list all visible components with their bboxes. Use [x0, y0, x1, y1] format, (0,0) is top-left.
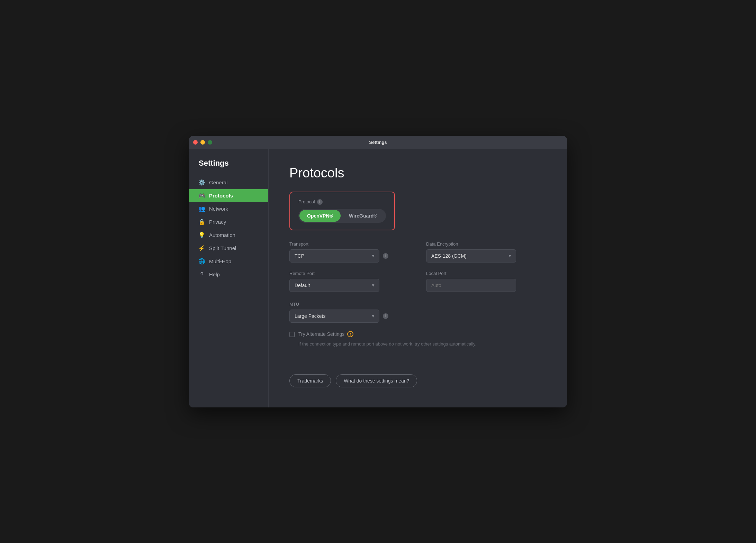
data-encryption-label: Data Encryption: [426, 241, 546, 247]
mtu-field: MTU Large Packets Small Packets Default …: [289, 302, 546, 323]
sidebar-label-help: Help: [209, 272, 220, 277]
alternate-settings-section: Try Alternate Settings ! If the connecti…: [289, 331, 546, 347]
transport-info-icon[interactable]: i: [383, 253, 388, 259]
sidebar-label-automation: Automation: [209, 232, 235, 238]
sidebar-item-automation[interactable]: 💡 Automation: [189, 229, 268, 242]
local-port-field: Local Port: [426, 271, 546, 292]
sidebar-label-privacy: Privacy: [209, 219, 226, 225]
settings-grid: Transport TCP UDP ▼ i Data: [289, 241, 546, 292]
protocol-toggle: OpenVPN® WireGuard®: [298, 209, 386, 223]
close-button[interactable]: [193, 140, 198, 145]
sidebar-label-protocols: Protocols: [209, 193, 233, 199]
wireguard-button[interactable]: WireGuard®: [341, 210, 385, 222]
sidebar-label-network: Network: [209, 206, 228, 212]
sidebar-item-protocols[interactable]: 🎮 Protocols: [189, 189, 268, 202]
remote-port-select-wrapper: Default 80 443 1194 ▼: [289, 279, 410, 292]
main-content: Settings ⚙️ General 🎮 Protocols 👥 Networ…: [189, 149, 567, 407]
window-title: Settings: [369, 140, 387, 145]
warning-icon: !: [347, 331, 353, 337]
mtu-info-icon[interactable]: i: [383, 313, 388, 319]
app-window: Settings Settings ⚙️ General 🎮 Protocols…: [189, 136, 567, 407]
maximize-button[interactable]: [208, 140, 212, 145]
bottom-buttons: Trademarks What do these settings mean?: [289, 374, 546, 387]
sidebar-title: Settings: [189, 159, 268, 176]
sidebar-item-network[interactable]: 👥 Network: [189, 202, 268, 215]
local-port-label: Local Port: [426, 271, 546, 276]
remote-port-field: Remote Port Default 80 443 1194 ▼: [289, 271, 410, 292]
main-panel: Protocols Protocol i OpenVPN® WireGuard®…: [269, 149, 567, 407]
alternate-settings-row: Try Alternate Settings !: [289, 331, 546, 337]
data-encryption-select-wrapper: AES-128 (GCM) AES-256 (GCM) Chacha20 ▼: [426, 249, 546, 263]
remote-port-select[interactable]: Default 80 443 1194: [289, 279, 379, 292]
sidebar-item-privacy[interactable]: 🔒 Privacy: [189, 215, 268, 229]
bulb-icon: 💡: [199, 232, 205, 238]
protocol-selector-box: Protocol i OpenVPN® WireGuard®: [289, 192, 395, 230]
protocols-icon: 🎮: [199, 193, 205, 199]
network-icon: 👥: [199, 206, 205, 212]
what-settings-button[interactable]: What do these settings mean?: [336, 374, 417, 387]
sidebar-label-split-tunnel: Split Tunnel: [209, 245, 236, 251]
minimize-button[interactable]: [200, 140, 205, 145]
mtu-label: MTU: [289, 302, 546, 307]
globe-icon: 🌐: [199, 258, 205, 265]
transport-select-wrapper: TCP UDP ▼ i: [289, 249, 410, 263]
transport-field: Transport TCP UDP ▼ i: [289, 241, 410, 263]
protocol-label: Protocol i: [298, 199, 386, 205]
mtu-row: Large Packets Small Packets Default ▼ i: [289, 310, 546, 323]
data-encryption-field: Data Encryption AES-128 (GCM) AES-256 (G…: [426, 241, 546, 263]
page-title: Protocols: [289, 166, 546, 181]
local-port-input[interactable]: [426, 279, 516, 292]
traffic-lights: [193, 140, 212, 145]
remote-port-label: Remote Port: [289, 271, 410, 276]
alternate-settings-checkbox[interactable]: [289, 332, 295, 337]
sidebar-label-multi-hop: Multi-Hop: [209, 258, 231, 264]
help-icon: ?: [199, 272, 205, 278]
trademarks-button[interactable]: Trademarks: [289, 374, 331, 387]
openvpn-button[interactable]: OpenVPN®: [299, 210, 341, 222]
mtu-select[interactable]: Large Packets Small Packets Default: [289, 310, 379, 323]
sidebar-label-general: General: [209, 180, 227, 185]
transport-label: Transport: [289, 241, 410, 247]
sidebar-item-help[interactable]: ? Help: [189, 268, 268, 281]
sidebar-item-split-tunnel[interactable]: ⚡ Split Tunnel: [189, 242, 268, 255]
titlebar: Settings: [189, 136, 567, 149]
lock-icon: 🔒: [199, 219, 205, 225]
alternate-settings-label: Try Alternate Settings !: [298, 331, 353, 337]
sidebar-item-multi-hop[interactable]: 🌐 Multi-Hop: [189, 255, 268, 268]
data-encryption-select[interactable]: AES-128 (GCM) AES-256 (GCM) Chacha20: [426, 249, 516, 263]
split-icon: ⚡: [199, 245, 205, 251]
gear-icon: ⚙️: [199, 180, 205, 186]
alternate-settings-description: If the connection type and remote port a…: [298, 341, 546, 347]
sidebar: Settings ⚙️ General 🎮 Protocols 👥 Networ…: [189, 149, 269, 407]
protocol-info-icon[interactable]: i: [317, 199, 323, 205]
transport-select[interactable]: TCP UDP: [289, 249, 379, 263]
sidebar-item-general[interactable]: ⚙️ General: [189, 176, 268, 189]
